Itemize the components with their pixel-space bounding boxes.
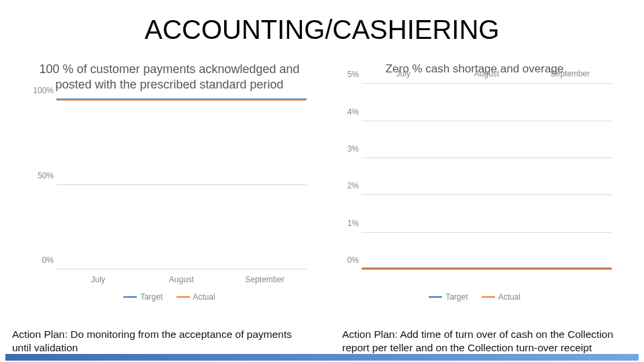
- legend-swatch-target: [123, 296, 137, 298]
- legend-label-actual: Actual: [498, 292, 521, 302]
- action-plan-row: Action Plan: Do monitoring from the acce…: [12, 328, 632, 354]
- legend-item-actual: Actual: [176, 292, 215, 302]
- legend-item-target: Target: [429, 292, 468, 302]
- legend-label-actual: Actual: [193, 292, 215, 302]
- series-actual-line: [57, 99, 306, 101]
- chart-left-legend: Target Actual: [27, 292, 312, 302]
- gridline: [362, 158, 612, 158]
- y-tick: 2%: [332, 181, 359, 190]
- legend-label-target: Target: [445, 292, 468, 302]
- x-tick: July: [362, 69, 445, 78]
- gridline: [56, 184, 307, 185]
- action-plan-right: Action Plan: Add time of turn over of ca…: [342, 328, 632, 354]
- y-tick: 3%: [332, 144, 359, 154]
- y-tick: 4%: [332, 107, 359, 117]
- legend-item-target: Target: [123, 292, 162, 302]
- charts-row: 100 % of customer payments acknowledged …: [27, 62, 617, 302]
- chart-left-plot: 0% 50% 100% July August September: [27, 96, 312, 290]
- x-axis-ticks: July August September: [362, 69, 612, 78]
- chart-right-legend: Target Actual: [332, 292, 617, 302]
- x-tick: July: [56, 275, 140, 284]
- decorative-stripe: [5, 354, 639, 361]
- legend-label-target: Target: [140, 292, 162, 302]
- chart-left-title: 100 % of customer payments acknowledged …: [27, 62, 312, 92]
- chart-right-plot-inner: 0% 1% 2% 3% 4% 5% July August September: [362, 84, 612, 269]
- y-tick: 0%: [27, 255, 54, 265]
- y-tick: 0%: [332, 255, 359, 265]
- gridline: [362, 83, 612, 84]
- chart-left: 100 % of customer payments acknowledged …: [27, 62, 312, 302]
- series-actual-line: [362, 267, 611, 269]
- legend-swatch-target: [429, 296, 442, 298]
- y-tick: 5%: [332, 70, 359, 79]
- action-plan-left: Action Plan: Do monitoring from the acce…: [12, 328, 302, 354]
- gridline: [362, 232, 612, 233]
- gridline: [362, 121, 612, 121]
- x-tick: September: [529, 69, 612, 78]
- gridline: [362, 194, 612, 195]
- y-tick: 1%: [332, 219, 359, 228]
- x-tick: August: [140, 275, 223, 284]
- y-tick: 50%: [27, 171, 54, 180]
- page-title: ACCOUNTING/CASHIERING: [0, 15, 644, 45]
- chart-right-plot: 0% 1% 2% 3% 4% 5% July August September: [332, 80, 617, 290]
- legend-swatch-actual: [176, 296, 190, 298]
- gridline: [56, 269, 307, 269]
- legend-swatch-actual: [482, 296, 495, 298]
- slide: ACCOUNTING/CASHIERING 100 % of customer …: [0, 0, 644, 362]
- x-tick: August: [445, 69, 528, 78]
- x-axis-ticks: July August September: [56, 275, 307, 284]
- y-tick: 100%: [27, 86, 54, 95]
- legend-item-actual: Actual: [482, 292, 521, 302]
- chart-right: Zero % cash shortage and overage 0% 1% 2…: [332, 62, 617, 302]
- chart-left-plot-inner: 0% 50% 100% July August September: [56, 100, 307, 269]
- x-tick: September: [223, 275, 307, 284]
